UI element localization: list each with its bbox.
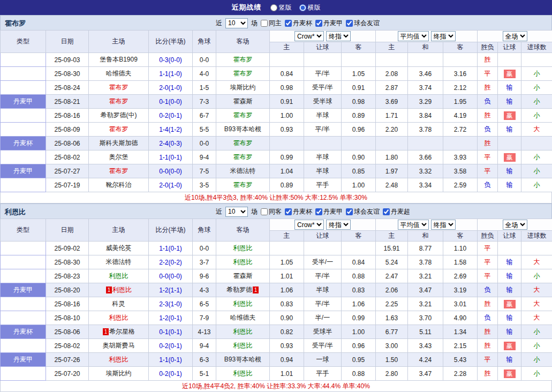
- match-count-select[interactable]: 10: [225, 207, 248, 217]
- odds-away-cell: [342, 53, 376, 67]
- filter-checkbox[interactable]: [261, 208, 268, 215]
- filter-丹麦甲[interactable]: 丹麦甲: [315, 207, 343, 216]
- avg-away-cell: 2.69: [443, 269, 478, 283]
- match-row: 丹麦杯25-08-06斯科夫斯加德2-4(0-3)0-0霍布罗胜: [1, 137, 552, 150]
- handicap-result-cell: 赢: [498, 67, 521, 81]
- header-dropdown[interactable]: Crow*: [294, 31, 324, 41]
- handicap-win-tag: 赢: [504, 300, 516, 308]
- date-cell: 25-08-16: [46, 297, 89, 311]
- header-dropdown[interactable]: 平均值: [398, 220, 429, 230]
- home-team-cell: 斯科夫斯加德: [89, 137, 149, 150]
- corner-cell: 3-5: [193, 178, 216, 192]
- away-team-cell: 霍森斯: [216, 269, 270, 283]
- away-team-cell: 霍布罗: [216, 150, 270, 164]
- away-team-cell: 哈维德夫: [216, 311, 270, 325]
- match-row: 丹麦甲25-08-02奥胡斯费马0-2(0-1)9-4利恩比0.93受平/半0.…: [1, 339, 552, 353]
- filter-checkbox[interactable]: [285, 20, 292, 27]
- goals-cell: 小: [521, 178, 552, 192]
- away-team-cell: 利恩比: [216, 297, 270, 311]
- home-team-cell: 1希尔星格: [89, 325, 149, 339]
- handicap-result-cell: 赢: [498, 367, 521, 381]
- corner-cell: 5-5: [193, 123, 216, 137]
- corner-cell: 4-3: [193, 283, 216, 297]
- header-dropdown[interactable]: 全场: [503, 220, 527, 230]
- result-cell: 平: [478, 67, 498, 81]
- header-dropdown[interactable]: 终指: [431, 31, 456, 41]
- home-team-cell: 奥尔堡: [89, 150, 149, 164]
- filter-checkbox[interactable]: [261, 20, 268, 27]
- score-cell: 1-1(1-0): [149, 67, 193, 81]
- score-cell: 0-0(0-0): [149, 164, 193, 178]
- filter-丹麦超[interactable]: 丹麦超: [383, 207, 410, 216]
- filter-checkbox[interactable]: [383, 208, 390, 215]
- avg-draw-cell: 3.78: [408, 123, 443, 137]
- layout-radio-vertical[interactable]: 竖版: [270, 3, 292, 12]
- header-dropdown[interactable]: 终指: [431, 220, 456, 230]
- corner-cell: 6-5: [193, 297, 216, 311]
- away-team-cell: 霍布罗: [216, 53, 270, 67]
- handicap-win-tag: 赢: [504, 153, 516, 162]
- date-cell: 25-08-02: [46, 339, 89, 353]
- score-cell: 1-1(0-1): [149, 150, 193, 164]
- radio-input[interactable]: [270, 4, 277, 11]
- away-team-cell: 利恩比: [216, 242, 270, 255]
- filter-球会友谊[interactable]: 球会友谊: [346, 207, 380, 216]
- header-dropdown[interactable]: 平均值: [398, 31, 429, 41]
- filter-checkbox[interactable]: [315, 208, 322, 215]
- filter-丹麦杯[interactable]: 丹麦杯: [285, 207, 312, 216]
- match-row: 丹麦杯25-09-03堡鲁本B19090-3(0-0)0-0霍布罗胜: [1, 53, 552, 67]
- filter-checkbox[interactable]: [285, 208, 292, 215]
- odds-away-cell: 0.84: [342, 255, 376, 269]
- goals-cell: 小: [521, 109, 552, 123]
- avg-away-cell: 2.72: [443, 123, 478, 137]
- date-cell: 25-08-20: [46, 283, 89, 297]
- header-dropdown[interactable]: 终指: [326, 220, 351, 230]
- match-row: 丹麦甲25-08-21霍布罗0-1(0-0)7-3霍森斯0.91受半球0.983…: [1, 95, 552, 109]
- odds-home-cell: 0.93: [270, 123, 304, 137]
- date-cell: 25-07-20: [46, 367, 89, 381]
- header-dropdown[interactable]: 终指: [326, 31, 351, 41]
- league-cell: 丹麦甲: [1, 353, 46, 367]
- filter-丹麦杯[interactable]: 丹麦杯: [285, 19, 312, 28]
- date-cell: 25-09-03: [46, 53, 89, 67]
- team-section: 利恩比近10场同客丹麦杯丹麦甲球会友谊丹麦超类型日期主场比分(半场)角球客场Cr…: [0, 203, 552, 392]
- result-cell: 胜: [478, 339, 498, 353]
- radio-input[interactable]: [299, 4, 306, 11]
- filter-checkbox[interactable]: [346, 20, 353, 27]
- away-team-cell: 埃斯比约: [216, 81, 270, 95]
- layout-radio-horizontal[interactable]: 横版: [299, 3, 321, 12]
- header-dropdown[interactable]: 全场: [503, 31, 527, 41]
- filter-同客[interactable]: 同客: [261, 207, 282, 216]
- filter-checkbox[interactable]: [315, 20, 322, 27]
- match-count-select[interactable]: 10: [225, 18, 248, 28]
- league-cell: 丹麦甲: [1, 311, 46, 325]
- goals-cell: 小: [521, 164, 552, 178]
- filter-同主[interactable]: 同主: [261, 19, 282, 28]
- team-link: B93哥本哈根: [224, 125, 261, 133]
- home-team-cell: 利恩比: [89, 311, 149, 325]
- odds-line-cell: 受球半: [304, 325, 342, 339]
- avg-draw-cell: 3.21: [408, 269, 443, 283]
- sub-col-header: 让球: [304, 231, 342, 242]
- match-row: 丹麦甲25-07-26利恩比1-1(0-1)6-3B93哥本哈根0.94一球0.…: [1, 353, 552, 367]
- league-cell: 丹麦甲: [1, 269, 46, 283]
- team-link: 威美伦英: [106, 244, 132, 252]
- match-row: 丹麦杯25-09-02威美伦英1-1(0-1)0-0利恩比15.918.771.…: [1, 242, 552, 255]
- filter-checkbox[interactable]: [346, 208, 353, 215]
- odds-home-cell: 1.05: [270, 255, 304, 269]
- result-cell: 平: [478, 150, 498, 164]
- result-cell: 胜: [478, 325, 498, 339]
- odds-home-cell: 0.93: [270, 339, 304, 353]
- odds-away-cell: 1.00: [342, 178, 376, 192]
- filter-丹麦甲[interactable]: 丹麦甲: [315, 19, 343, 28]
- sub-col-header: 让球: [498, 42, 521, 53]
- filter-球会友谊[interactable]: 球会友谊: [346, 19, 380, 28]
- sub-col-header: 主: [376, 42, 408, 53]
- header-dropdown[interactable]: Crow*: [294, 220, 324, 230]
- avg-home-cell: 2.87: [376, 81, 408, 95]
- team-link: 霍布罗: [233, 139, 253, 147]
- odds-away-cell: [342, 242, 376, 255]
- league-cell: 丹麦甲: [1, 67, 46, 81]
- match-row: 丹麦甲25-08-09霍布罗1-4(1-2)5-5B93哥本哈根0.93平/半0…: [1, 123, 552, 137]
- col-header: 比分(半场): [149, 219, 193, 242]
